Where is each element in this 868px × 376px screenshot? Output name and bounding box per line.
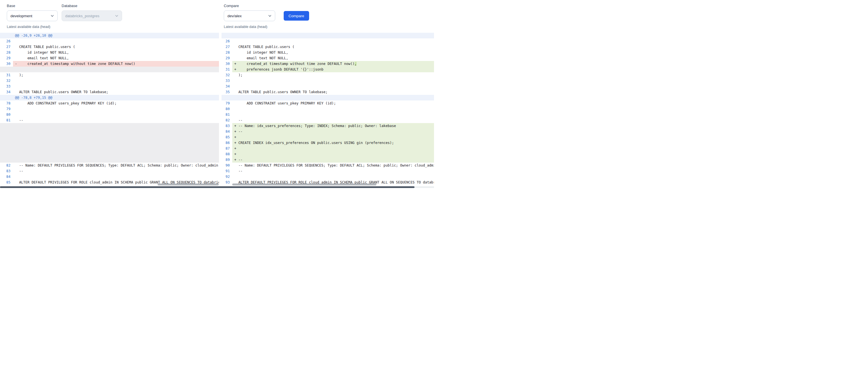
- diff-row: 87+: [221, 146, 434, 151]
- changed-token: ,: [354, 62, 356, 66]
- code-line: [13, 123, 219, 129]
- code-line: [13, 83, 219, 89]
- diff-row: 29 email text NOT NULL,: [221, 55, 434, 61]
- code-line: [13, 67, 219, 72]
- line-number: [0, 123, 13, 129]
- code-line: +: [232, 146, 434, 151]
- line-number: 29: [0, 55, 13, 61]
- code-line: --: [13, 117, 219, 123]
- diff-row: 84: [0, 174, 219, 179]
- compare-branch-select[interactable]: dev/alex: [224, 10, 275, 21]
- diff-row: @@ -26,9 +26,10 @@: [0, 33, 219, 38]
- database-group: Database databricks_postgres: [62, 4, 122, 21]
- chevron-down-icon: [115, 14, 118, 18]
- diff-row: 79: [0, 106, 219, 112]
- code-line: ADD CONSTRAINT users_pkey PRIMARY KEY (i…: [232, 101, 434, 106]
- line-number: [0, 33, 13, 38]
- code-line: ALTER TABLE public.users OWNER TO lakeba…: [232, 89, 434, 95]
- page-hscrollbar-thumb[interactable]: [0, 186, 414, 188]
- diff-row: 31 );: [0, 72, 219, 78]
- code-line: [232, 78, 434, 83]
- code-line: [13, 151, 219, 157]
- diff-row: 84+ --: [221, 129, 434, 134]
- compare-button[interactable]: Compare: [284, 11, 309, 21]
- line-number: 88: [221, 151, 232, 157]
- code-line: [13, 174, 219, 179]
- line-number: 29: [221, 55, 232, 61]
- diff-row: [0, 146, 219, 151]
- diff-row: 34 ALTER TABLE public.users OWNER TO lak…: [0, 89, 219, 95]
- diff-row: 86+ CREATE INDEX idx_users_preferences O…: [221, 140, 434, 146]
- base-branch-group: Base development Latest available data (…: [7, 4, 58, 29]
- diff-row: 32 );: [221, 72, 434, 78]
- line-number: 31: [221, 67, 232, 72]
- code-line: + --: [232, 157, 434, 163]
- diff-row: 29 email text NOT NULL,: [0, 55, 219, 61]
- line-number: 34: [0, 89, 13, 95]
- line-number: 34: [221, 83, 232, 89]
- diff-row: 27 CREATE TABLE public.users (: [0, 44, 219, 50]
- line-number: 30: [221, 61, 232, 67]
- diff-row: 81 --: [0, 117, 219, 123]
- diff-row: [0, 134, 219, 140]
- diff-row: 89+ --: [221, 157, 434, 163]
- diff-row: 79 ADD CONSTRAINT users_pkey PRIMARY KEY…: [221, 101, 434, 106]
- diff-row: [0, 157, 219, 163]
- code-line: [13, 157, 219, 163]
- diff-row: 78 ADD CONSTRAINT users_pkey PRIMARY KEY…: [0, 101, 219, 106]
- line-number: 80: [221, 106, 232, 112]
- diff-row: 91 --: [221, 168, 434, 174]
- line-number: 27: [221, 44, 232, 50]
- base-branch-select[interactable]: development: [7, 10, 58, 21]
- code-line: ADD CONSTRAINT users_pkey PRIMARY KEY (i…: [13, 101, 219, 106]
- database-label: Database: [62, 4, 122, 8]
- diff-row: 81: [221, 112, 434, 117]
- line-number: 90: [221, 163, 232, 168]
- diff-row: 28 id integer NOT NULL,: [0, 50, 219, 55]
- right-pane-hscrollbar-thumb[interactable]: [232, 183, 376, 185]
- line-number: 81: [0, 117, 13, 123]
- code-line: [13, 38, 219, 44]
- diff-row: [221, 33, 434, 38]
- code-line: - created_at timestamp without time zone…: [13, 61, 219, 67]
- line-number: 28: [0, 50, 13, 55]
- diff-row: 33: [0, 83, 219, 89]
- base-subtitle: Latest available data (head): [7, 25, 58, 29]
- line-number: [0, 129, 13, 134]
- code-line: [232, 33, 434, 38]
- line-number: 27: [0, 44, 13, 50]
- base-label: Base: [7, 4, 58, 8]
- line-number: 32: [0, 78, 13, 83]
- diff-row: [0, 67, 219, 72]
- code-line: --: [232, 168, 434, 174]
- line-number: 85: [221, 134, 232, 140]
- line-number: 93: [221, 179, 232, 185]
- line-number: [0, 67, 13, 72]
- base-branch-value: development: [10, 14, 32, 18]
- line-number: 26: [221, 38, 232, 44]
- line-number: 28: [221, 50, 232, 55]
- line-number: 86: [221, 140, 232, 146]
- code-line: id integer NOT NULL,: [232, 50, 434, 55]
- code-line: [232, 112, 434, 117]
- diff-row: 90 -- Name: DEFAULT PRIVILEGES FOR SEQUE…: [221, 163, 434, 168]
- line-number: [221, 95, 232, 101]
- compare-label: Compare: [224, 4, 309, 8]
- code-line: -- Name: DEFAULT PRIVILEGES FOR SEQUENCE…: [232, 163, 434, 168]
- left-pane-hscrollbar-thumb[interactable]: [158, 183, 219, 185]
- diff-row: 80: [221, 106, 434, 112]
- diff-row: 28 id integer NOT NULL,: [221, 50, 434, 55]
- diff-row: @@ -78,8 +79,15 @@: [0, 95, 219, 101]
- diff-row: [221, 95, 434, 101]
- diff-row: 82 -- Name: DEFAULT PRIVILEGES FOR SEQUE…: [0, 163, 219, 168]
- database-select[interactable]: databricks_postgres: [62, 10, 122, 21]
- code-line: CREATE TABLE public.users (: [232, 44, 434, 50]
- diff-row: 80: [0, 112, 219, 117]
- code-line: [13, 146, 219, 151]
- diff-row: [0, 151, 219, 157]
- line-number: 81: [221, 112, 232, 117]
- diff-row: 34: [221, 83, 434, 89]
- database-value: databricks_postgres: [65, 14, 99, 18]
- code-line: [232, 106, 434, 112]
- line-number: 82: [221, 117, 232, 123]
